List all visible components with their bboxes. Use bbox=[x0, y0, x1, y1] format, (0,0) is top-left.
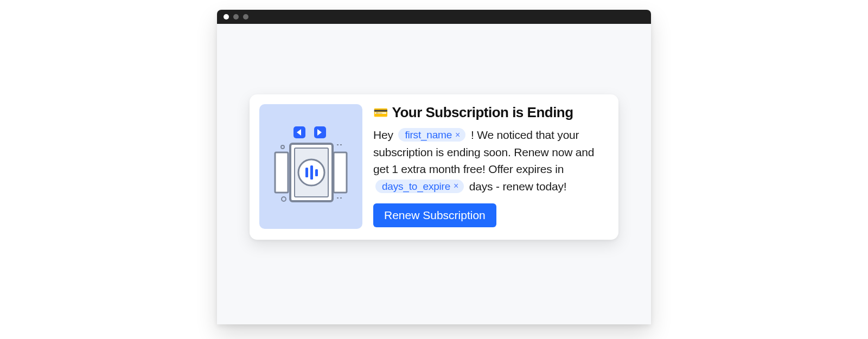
svg-rect-14 bbox=[315, 169, 318, 176]
notification-illustration bbox=[259, 104, 362, 229]
credit-card-icon: 💳 bbox=[373, 106, 388, 120]
notification-heading: 💳 Your Subscription is Ending bbox=[373, 104, 607, 121]
svg-rect-12 bbox=[305, 168, 308, 177]
merge-tag-days-to-expire[interactable]: days_to_expire × bbox=[375, 180, 464, 193]
svg-rect-5 bbox=[334, 152, 347, 193]
svg-point-15 bbox=[282, 197, 286, 201]
heading-text: Your Subscription is Ending bbox=[392, 104, 573, 121]
merge-tag-label: days_to_expire bbox=[382, 181, 450, 191]
notification-card: 💳 Your Subscription is Ending Hey first_… bbox=[250, 94, 618, 240]
remove-tag-icon[interactable]: × bbox=[454, 182, 458, 190]
window-maximize-icon[interactable] bbox=[243, 14, 248, 20]
svg-rect-4 bbox=[275, 152, 288, 193]
renew-subscription-button[interactable]: Renew Subscription bbox=[373, 203, 496, 227]
window-minimize-icon[interactable] bbox=[233, 14, 239, 20]
browser-window: 💳 Your Subscription is Ending Hey first_… bbox=[217, 10, 651, 324]
window-close-icon[interactable] bbox=[224, 14, 229, 20]
merge-tag-label: first_name bbox=[405, 130, 452, 140]
body-text-part1: Hey bbox=[373, 129, 393, 141]
merge-tag-first-name[interactable]: first_name × bbox=[398, 128, 465, 142]
remove-tag-icon[interactable]: × bbox=[455, 131, 460, 139]
svg-point-6 bbox=[281, 145, 284, 149]
body-text-part3: days - renew today! bbox=[469, 180, 566, 193]
viewport: 💳 Your Subscription is Ending Hey first_… bbox=[217, 24, 651, 324]
window-titlebar bbox=[217, 10, 651, 24]
notification-body: Hey first_name × ! We noticed that your … bbox=[373, 126, 607, 195]
notification-content: 💳 Your Subscription is Ending Hey first_… bbox=[373, 104, 607, 229]
carousel-illustration-icon bbox=[267, 118, 354, 215]
svg-rect-13 bbox=[310, 165, 313, 180]
